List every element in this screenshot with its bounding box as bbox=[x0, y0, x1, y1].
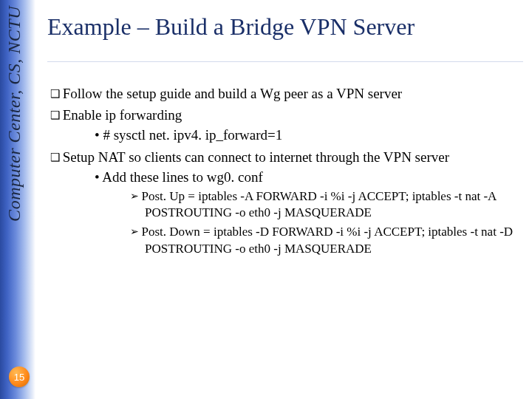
page-number-badge: 15 bbox=[9, 366, 30, 387]
sub-bullet-text: Add these lines to wg0. conf bbox=[102, 169, 262, 185]
bullet-item: Enable ip forwarding # sysctl net. ipv4.… bbox=[50, 106, 523, 145]
title-underline bbox=[47, 61, 523, 62]
bullet-text: Enable ip forwarding bbox=[63, 107, 182, 123]
sidebar-org-text: Computer Center, CS, NCTU bbox=[4, 6, 24, 222]
sub-sub-bullet-item: Post. Up = iptables -A FORWARD -i %i -j … bbox=[130, 188, 523, 222]
sub-bullet-list: Add these lines to wg0. conf Post. Up = … bbox=[69, 168, 523, 258]
bullet-list: Follow the setup guide and build a Wg pe… bbox=[47, 84, 523, 258]
sub-bullet-list: # sysctl net. ipv4. ip_forward=1 bbox=[69, 126, 523, 145]
bullet-text: Setup NAT so clients can connect to inte… bbox=[63, 149, 449, 165]
content-area: Example – Build a Bridge VPN Server Foll… bbox=[47, 0, 523, 399]
slide-title: Example – Build a Bridge VPN Server bbox=[47, 12, 523, 41]
sub-bullet-item: Add these lines to wg0. conf Post. Up = … bbox=[95, 168, 523, 258]
sidebar: Computer Center, CS, NCTU bbox=[0, 0, 35, 399]
sub-sub-bullet-list: Post. Up = iptables -A FORWARD -i %i -j … bbox=[108, 188, 523, 259]
bullet-item: Follow the setup guide and build a Wg pe… bbox=[50, 84, 523, 103]
sub-sub-bullet-item: Post. Down = iptables -D FORWARD -i %i -… bbox=[130, 224, 523, 258]
page-number: 15 bbox=[14, 372, 24, 383]
sub-bullet-item: # sysctl net. ipv4. ip_forward=1 bbox=[95, 126, 523, 145]
bullet-item: Setup NAT so clients can connect to inte… bbox=[50, 148, 523, 258]
slide: Computer Center, CS, NCTU 15 Example – B… bbox=[0, 0, 532, 399]
